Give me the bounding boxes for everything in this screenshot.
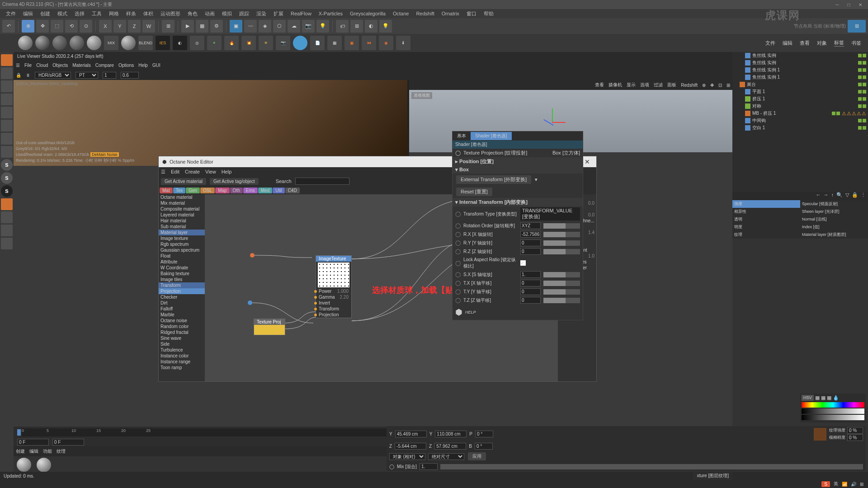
tab-shader[interactable]: Shader [着色器] (471, 132, 512, 140)
bookmark-tab[interactable]: 书签 (851, 40, 861, 47)
file-tab[interactable]: 文件 (765, 40, 775, 47)
axis-z-icon[interactable]: Z (128, 20, 141, 33)
tree-item[interactable]: 鱼丝线 实例 1 (734, 66, 866, 74)
checkbox[interactable]: ✓ (520, 260, 526, 266)
orange-cube-icon[interactable]: ▣ (344, 36, 359, 50)
viewport-solo-icon[interactable] (1, 211, 13, 223)
live-menu-gui[interactable]: GUI (152, 63, 160, 68)
close-icon[interactable]: ✕ (859, 2, 862, 7)
layout-button[interactable]: ⊞ (848, 20, 866, 33)
size-mode-select[interactable]: 绝对尺寸 (428, 453, 464, 460)
node-type-item[interactable]: Instance color (159, 353, 205, 359)
ne-tab-map[interactable]: Map (215, 188, 229, 193)
model-input[interactable] (847, 434, 863, 441)
menu-Redshift[interactable]: Redshift (416, 11, 434, 16)
attr-tab[interactable]: Specular [镜面反射] (800, 200, 868, 208)
spline-icon[interactable]: 〰 (244, 20, 257, 33)
node-type-item[interactable]: Gaussian spectrum (159, 247, 205, 253)
node-port[interactable]: Transform (316, 306, 351, 312)
node-type-item[interactable]: Mix material (159, 200, 205, 206)
node-type-item[interactable]: Instance range (159, 359, 205, 365)
attr-tab[interactable]: 相异性 (732, 208, 800, 216)
sphere-blue-icon[interactable] (293, 36, 307, 50)
obj-tab[interactable]: 对象 (817, 40, 827, 47)
node-search-input[interactable] (295, 178, 349, 185)
render-icon[interactable]: ▶ (181, 20, 194, 33)
coord-p-input[interactable] (475, 431, 493, 437)
node-type-item[interactable]: Layered material (159, 212, 205, 218)
node-type-item[interactable]: Sub material (159, 224, 205, 230)
menu-跟踪[interactable]: 跟踪 (239, 10, 249, 17)
attr-input[interactable] (520, 288, 541, 295)
panel-icon[interactable]: ▦ (327, 36, 342, 50)
shaded-icon[interactable]: ◐ (365, 20, 377, 33)
mix-slider[interactable] (440, 464, 863, 469)
ne-tab-tex[interactable]: Tex (173, 188, 186, 193)
help-label[interactable]: HELP (465, 310, 476, 314)
scale-tool-icon[interactable]: ⬚ (51, 20, 63, 33)
attr-slider[interactable] (543, 232, 580, 237)
menu-X-Particles[interactable]: X-Particles (319, 11, 343, 16)
attr-tab[interactable]: 透明 (732, 216, 800, 223)
texture-swatch[interactable] (814, 428, 826, 441)
document-icon[interactable]: 📄 (310, 36, 325, 50)
cube-primitive-icon[interactable]: ▣ (230, 20, 242, 33)
vp-icon[interactable]: ⊡ (718, 83, 722, 88)
node-type-item[interactable]: Transform (159, 282, 205, 288)
node-port-dot[interactable] (248, 300, 252, 305)
node-type-item[interactable]: Attribute (159, 259, 205, 265)
ne-tab-c4d[interactable]: C4D (285, 188, 300, 193)
menu-样条[interactable]: 样条 (126, 10, 136, 17)
live-menu-options[interactable]: Options (118, 63, 134, 68)
attr-input[interactable] (520, 239, 541, 246)
node-type-item[interactable]: Side (159, 341, 205, 347)
node-type-item[interactable]: Composite material (159, 206, 205, 212)
vp-icon[interactable]: ⊞ (726, 83, 730, 88)
node-type-item[interactable]: Float (159, 253, 205, 259)
last-tool-icon[interactable]: ⊙ (80, 20, 92, 33)
vp-menu-item[interactable]: Redshift (681, 83, 698, 88)
ne-tab-oth[interactable]: Oth (230, 188, 243, 193)
tree-item[interactable]: 展台 (734, 81, 866, 88)
ne-menu-edit[interactable]: Edit (171, 169, 179, 174)
coord-z-input[interactable] (395, 443, 426, 450)
pause-icon[interactable]: ⏸ (26, 73, 30, 78)
axis-y-gizmo[interactable] (552, 108, 553, 122)
tree-item[interactable]: 平面 1 (734, 88, 866, 95)
deformer-icon[interactable]: ⬡ (273, 20, 286, 33)
node-type-item[interactable]: Marble (159, 312, 205, 318)
menu-icon[interactable]: ⋮ (861, 192, 866, 200)
ime-icon[interactable]: S (821, 481, 830, 487)
attr-tab[interactable]: Material layer [材质图层] (800, 231, 868, 239)
node-type-list[interactable]: Octane materialMix materialComposite mat… (159, 194, 205, 381)
axis-y-icon[interactable]: Y (113, 20, 126, 33)
ne-tab-osl[interactable]: OSL (200, 188, 215, 193)
poly-mode-icon[interactable] (1, 133, 13, 145)
position-group[interactable]: ▸ Position [位置] (453, 157, 583, 166)
coord-y2-input[interactable] (435, 431, 467, 437)
tray-icon[interactable]: ⊞ (860, 482, 863, 487)
dropdown-icon[interactable]: ▾ (535, 177, 538, 183)
s-icon[interactable]: S (1, 172, 13, 184)
make-editable-icon[interactable] (1, 54, 13, 66)
ne-menu-view[interactable]: View (205, 169, 216, 174)
close-icon[interactable]: ✕ (585, 158, 590, 165)
orange-misc-icon[interactable]: ◉ (379, 36, 393, 50)
coord-z2-input[interactable] (434, 443, 466, 450)
menu-Octane[interactable]: Octane (393, 11, 409, 16)
up-icon[interactable]: ↑ (831, 192, 834, 200)
model-mode-icon[interactable] (1, 67, 13, 79)
menu-选择[interactable]: 选择 (75, 10, 85, 17)
node-type-item[interactable]: Material layer (159, 230, 205, 235)
fire-icon[interactable]: 🔥 (224, 36, 239, 50)
axis-w-icon[interactable]: W (142, 20, 155, 33)
node-type-item[interactable]: Octane noise (159, 318, 205, 324)
mat-tab[interactable]: 创建 (16, 448, 25, 455)
tab-basic[interactable]: 基本 (453, 132, 471, 140)
attr-input[interactable] (520, 222, 541, 229)
image-texture-node[interactable]: ImageTexture Power1.000Gamma2.20InvertTr… (316, 255, 352, 318)
menu-运动图形[interactable]: 运动图形 (160, 10, 180, 17)
tweak-icon[interactable] (1, 198, 13, 210)
frame-end-input[interactable] (52, 439, 84, 446)
node-type-item[interactable]: Octane material (159, 194, 205, 200)
